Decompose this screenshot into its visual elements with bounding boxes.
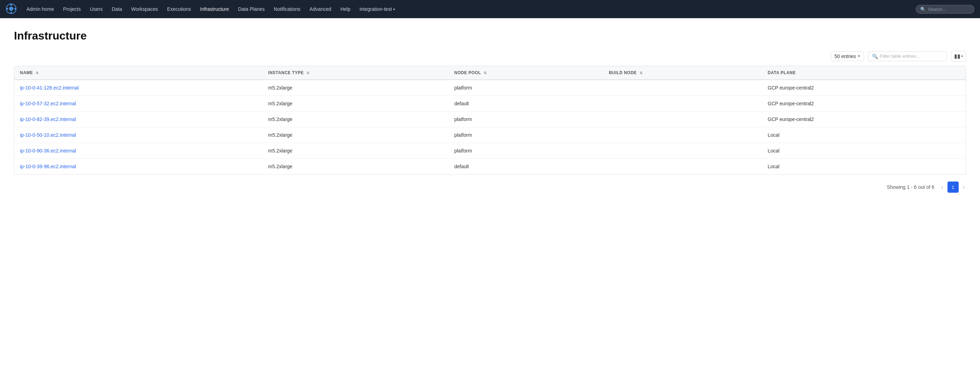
table-row: ip-10-0-50-10.ec2.internal m5.2xlarge pl… — [14, 127, 966, 143]
entries-label: 50 entries — [835, 54, 856, 59]
cell-build-node — [603, 159, 762, 174]
pagination-info: Showing 1 - 6 out of 6 — [887, 184, 934, 190]
svg-point-3 — [11, 11, 12, 13]
navbar: Admin home Projects Users Data Workspace… — [0, 0, 980, 18]
nav-item-integration-test[interactable]: integration-test ▾ — [355, 4, 399, 14]
nav-item-data-planes[interactable]: Data Planes — [234, 4, 269, 14]
cell-build-node — [603, 127, 762, 143]
table-row: ip-10-0-57-32.ec2.internal m5.2xlarge de… — [14, 96, 966, 112]
col-header-name[interactable]: NAME ⇅ — [14, 66, 262, 80]
cell-build-node — [603, 143, 762, 159]
node-name-link[interactable]: ip-10-0-90-36.ec2.internal — [20, 148, 76, 153]
search-icon: 🔍 — [920, 6, 926, 12]
cell-build-node — [603, 96, 762, 112]
cell-node-pool: platform — [449, 143, 603, 159]
main-content: Infrastructure 50 entries ▾ 🔍 ▮▮ ▾ NAME … — [0, 18, 980, 205]
nav-item-infrastructure[interactable]: Infrastructure — [196, 4, 233, 14]
cell-instance-type: m5.2xlarge — [262, 96, 449, 112]
chevron-down-icon: ▾ — [858, 54, 860, 58]
cell-node-pool: platform — [449, 80, 603, 96]
table-row: ip-10-0-41-128.ec2.internal m5.2xlarge p… — [14, 80, 966, 96]
nav-item-projects[interactable]: Projects — [59, 4, 85, 14]
nav-item-help[interactable]: Help — [336, 4, 355, 14]
sort-icon: ⇅ — [307, 71, 310, 75]
table-header-row: NAME ⇅ INSTANCE TYPE ⇅ NODE POOL ⇅ BUILD… — [14, 66, 966, 80]
cell-instance-type: m5.2xlarge — [262, 112, 449, 127]
nav-search-box: 🔍 — [916, 5, 974, 14]
cell-build-node — [603, 112, 762, 127]
page-title: Infrastructure — [14, 29, 966, 42]
table-toolbar: 50 entries ▾ 🔍 ▮▮ ▾ — [14, 51, 966, 62]
page-1-button[interactable]: 1 — [948, 182, 959, 193]
chevron-down-icon: ▾ — [961, 54, 963, 58]
nav-item-admin-home[interactable]: Admin home — [22, 4, 58, 14]
chevron-down-icon: ▾ — [393, 7, 395, 11]
nav-item-data[interactable]: Data — [108, 4, 127, 14]
cell-name: ip-10-0-41-128.ec2.internal — [14, 80, 262, 96]
nav-item-notifications[interactable]: Notifications — [269, 4, 304, 14]
cell-build-node — [603, 80, 762, 96]
node-name-link[interactable]: ip-10-0-50-10.ec2.internal — [20, 132, 76, 138]
sort-icon: ⇅ — [484, 71, 487, 75]
col-header-instance-type[interactable]: INSTANCE TYPE ⇅ — [262, 66, 449, 80]
table-filter-input[interactable] — [880, 54, 943, 59]
cell-instance-type: m5.2xlarge — [262, 143, 449, 159]
cell-name: ip-10-0-82-39.ec2.internal — [14, 112, 262, 127]
cell-instance-type: m5.2xlarge — [262, 127, 449, 143]
col-header-node-pool[interactable]: NODE POOL ⇅ — [449, 66, 603, 80]
col-header-build-node[interactable]: BUILD NODE ⇅ — [603, 66, 762, 80]
node-name-link[interactable]: ip-10-0-57-32.ec2.internal — [20, 101, 76, 106]
cell-node-pool: platform — [449, 127, 603, 143]
entries-selector[interactable]: 50 entries ▾ — [831, 51, 864, 61]
svg-point-5 — [14, 8, 16, 10]
cell-data-plane: GCP europe-central2 — [762, 80, 966, 96]
cell-instance-type: m5.2xlarge — [262, 80, 449, 96]
table-row: ip-10-0-39-96.ec2.internal m5.2xlarge de… — [14, 159, 966, 174]
pagination: Showing 1 - 6 out of 6 ‹ 1 › — [14, 174, 966, 194]
cell-name: ip-10-0-39-96.ec2.internal — [14, 159, 262, 174]
node-name-link[interactable]: ip-10-0-41-128.ec2.internal — [20, 85, 79, 91]
node-name-link[interactable]: ip-10-0-39-96.ec2.internal — [20, 164, 76, 169]
columns-icon: ▮▮ — [954, 53, 961, 59]
next-page-button[interactable]: › — [961, 182, 966, 192]
search-icon: 🔍 — [872, 54, 878, 59]
col-header-data-plane: DATA PLANE — [762, 66, 966, 80]
node-name-link[interactable]: ip-10-0-82-39.ec2.internal — [20, 117, 76, 122]
sort-icon: ⇅ — [36, 71, 39, 75]
nav-item-executions[interactable]: Executions — [163, 4, 195, 14]
cell-data-plane: GCP europe-central2 — [762, 112, 966, 127]
sort-icon: ⇅ — [640, 71, 643, 75]
svg-point-1 — [9, 6, 13, 11]
cell-data-plane: Local — [762, 127, 966, 143]
cell-node-pool: default — [449, 96, 603, 112]
cell-node-pool: default — [449, 159, 603, 174]
nav-item-users[interactable]: Users — [86, 4, 107, 14]
nav-item-workspaces[interactable]: Workspaces — [127, 4, 162, 14]
table-search-box: 🔍 — [868, 51, 947, 61]
cell-name: ip-10-0-90-36.ec2.internal — [14, 143, 262, 159]
cell-name: ip-10-0-50-10.ec2.internal — [14, 127, 262, 143]
cell-name: ip-10-0-57-32.ec2.internal — [14, 96, 262, 112]
cell-data-plane: GCP europe-central2 — [762, 96, 966, 112]
svg-point-2 — [11, 4, 12, 6]
cell-data-plane: Local — [762, 159, 966, 174]
cell-node-pool: platform — [449, 112, 603, 127]
nav-search-input[interactable] — [928, 6, 970, 12]
infrastructure-table: NAME ⇅ INSTANCE TYPE ⇅ NODE POOL ⇅ BUILD… — [14, 66, 966, 174]
table-row: ip-10-0-82-39.ec2.internal m5.2xlarge pl… — [14, 112, 966, 127]
svg-point-4 — [6, 8, 8, 10]
cell-data-plane: Local — [762, 143, 966, 159]
table-row: ip-10-0-90-36.ec2.internal m5.2xlarge pl… — [14, 143, 966, 159]
prev-page-button[interactable]: ‹ — [940, 182, 944, 192]
logo[interactable] — [6, 3, 19, 15]
column-toggle-button[interactable]: ▮▮ ▾ — [951, 51, 966, 62]
cell-instance-type: m5.2xlarge — [262, 159, 449, 174]
nav-item-advanced[interactable]: Advanced — [305, 4, 336, 14]
